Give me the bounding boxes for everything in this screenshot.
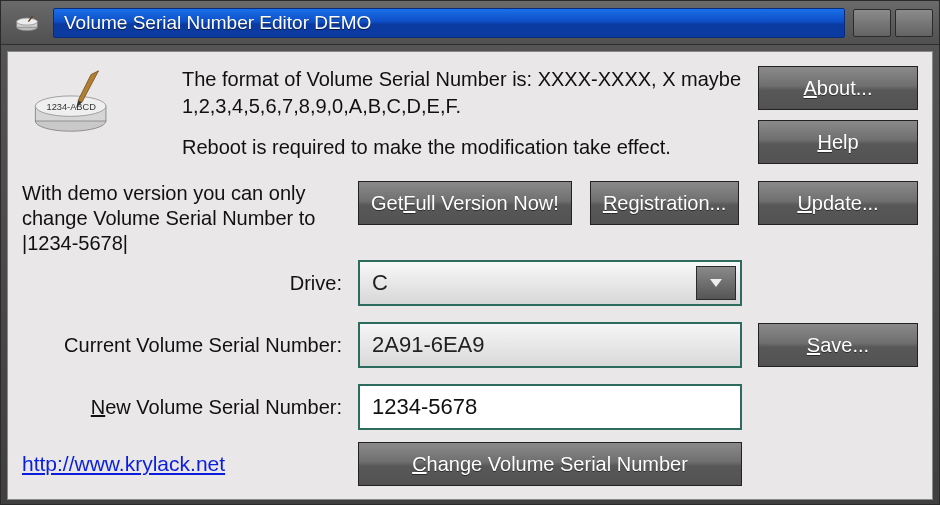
system-buttons xyxy=(853,9,933,37)
help-button[interactable]: Help xyxy=(758,120,918,164)
update-button[interactable]: Update... xyxy=(758,181,918,225)
get-full-version-button[interactable]: Get Full Version Now! xyxy=(358,181,572,225)
current-serial-label: Current Volume Serial Number: xyxy=(22,334,342,357)
save-button[interactable]: Save... xyxy=(758,323,918,367)
website-link[interactable]: http://www.krylack.net xyxy=(22,452,342,476)
window-title: Volume Serial Number Editor DEMO xyxy=(53,8,845,38)
hdd-icon xyxy=(13,13,41,33)
registration-button[interactable]: Registration... xyxy=(590,181,739,225)
window-title-text: Volume Serial Number Editor DEMO xyxy=(64,12,371,34)
titlebar: Volume Serial Number Editor DEMO xyxy=(1,1,939,45)
format-info-text: The format of Volume Serial Number is: X… xyxy=(182,66,748,120)
drive-label: Drive: xyxy=(22,272,342,295)
drive-illustration-icon: 1234-ABCD xyxy=(22,66,122,136)
current-serial-value: 2A91-6EA9 xyxy=(372,332,485,358)
change-serial-button[interactable]: Change Volume Serial Number xyxy=(358,442,742,486)
app-icon xyxy=(7,7,47,39)
minimize-button[interactable] xyxy=(853,9,891,37)
about-button[interactable]: About... xyxy=(758,66,918,110)
new-serial-label: New Volume Serial Number: xyxy=(22,396,342,419)
close-button[interactable] xyxy=(895,9,933,37)
reboot-info-text: Reboot is required to make the modificat… xyxy=(182,134,748,161)
svg-point-2 xyxy=(17,18,38,25)
current-serial-field: 2A91-6EA9 xyxy=(358,322,742,368)
new-serial-input[interactable] xyxy=(358,384,742,430)
drive-select[interactable]: C xyxy=(358,260,742,306)
chevron-down-icon[interactable] xyxy=(696,266,736,300)
client-area: 1234-ABCD The format of Volume Serial Nu… xyxy=(7,51,933,500)
svg-text:1234-ABCD: 1234-ABCD xyxy=(46,101,96,111)
info-text: The format of Volume Serial Number is: X… xyxy=(182,66,748,175)
svg-marker-10 xyxy=(710,279,722,287)
demo-note: With demo version you can only change Vo… xyxy=(22,181,342,256)
app-window: Volume Serial Number Editor DEMO 1234-AB… xyxy=(0,0,940,505)
drive-select-value: C xyxy=(372,270,388,296)
